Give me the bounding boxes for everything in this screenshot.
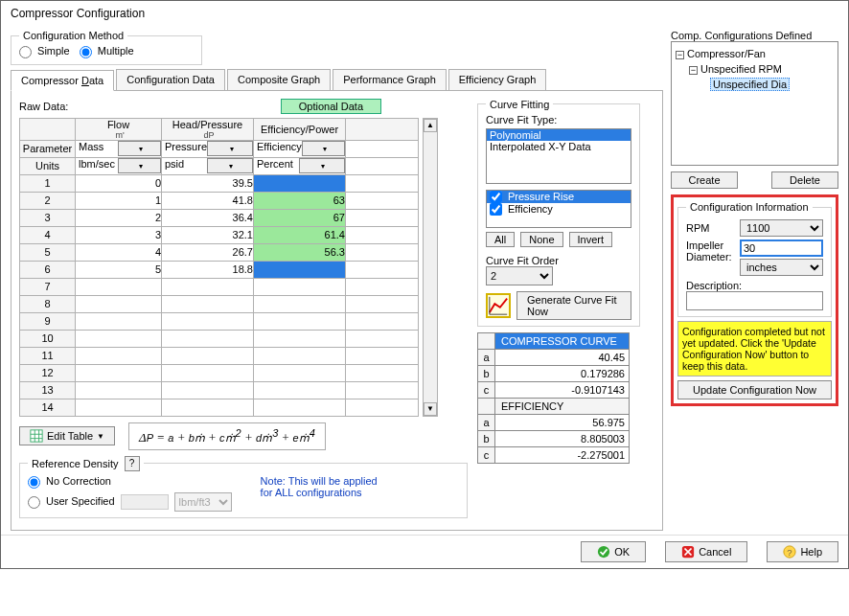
head-unit-dropdown[interactable]: ▾ <box>207 158 254 173</box>
rpm-label: RPM <box>686 222 736 234</box>
table-row[interactable]: 4332.161.4 <box>20 226 419 243</box>
density-value-input <box>121 494 169 510</box>
table-row[interactable]: 7 <box>20 278 419 295</box>
curve-fit-order-select[interactable]: 2 <box>486 266 553 285</box>
table-row[interactable]: 13 <box>20 381 419 399</box>
delete-button[interactable]: Delete <box>771 171 838 189</box>
table-row[interactable]: 3236.467 <box>20 209 419 226</box>
optional-data-badge: Optional Data <box>281 99 381 114</box>
rpm-select[interactable]: 1100 <box>740 219 823 237</box>
table-row[interactable]: 8 <box>20 295 419 312</box>
tab-performance-graph[interactable]: Performance Graph <box>333 69 447 90</box>
table-row[interactable]: 2141.863 <box>20 192 419 209</box>
tab-efficiency-graph[interactable]: Efficiency Graph <box>448 69 547 90</box>
table-row[interactable]: 10 <box>20 330 419 347</box>
eff-unit-dropdown[interactable]: ▾ <box>299 158 346 173</box>
table-row[interactable]: 12 <box>20 364 419 381</box>
help-icon[interactable]: ? <box>125 456 140 471</box>
svg-text:?: ? <box>788 546 792 557</box>
coefficients-table: COMPRESSOR CURVE a40.45 b0.179286 c-0.91… <box>477 332 630 464</box>
question-icon: ? <box>783 545 796 559</box>
tab-compressor-data[interactable]: Compressor Data <box>11 70 114 91</box>
curve-fit-order-label: Curve Fit Order <box>486 255 631 266</box>
head-param-dropdown[interactable]: ▾ <box>207 141 253 156</box>
generate-curve-fit-button[interactable]: Generate Curve Fit Now <box>516 291 631 320</box>
invert-button[interactable]: Invert <box>569 232 613 247</box>
raw-data-label: Raw Data: <box>19 101 68 112</box>
x-icon <box>681 545 695 559</box>
table-row[interactable]: 5426.756.3 <box>20 243 419 261</box>
density-note: Note: This will be applied for ALL confi… <box>261 475 378 498</box>
row-header-units: Units <box>20 157 76 174</box>
radio-no-correction[interactable]: No Correction <box>28 475 111 487</box>
check-efficiency[interactable]: Efficiency <box>487 203 631 216</box>
tab-configuration-data[interactable]: Configuration Data <box>116 69 225 90</box>
tab-bar: Compressor Data Configuration Data Compo… <box>11 69 663 91</box>
eff-param-dropdown[interactable]: ▾ <box>302 141 345 156</box>
flow-unit-dropdown[interactable]: ▾ <box>118 158 162 173</box>
all-button[interactable]: All <box>486 232 515 247</box>
description-label: Description: <box>686 280 823 291</box>
ok-button[interactable]: OK <box>581 541 646 562</box>
table-scrollbar[interactable]: ▲ ▼ <box>423 118 438 417</box>
scroll-down-icon[interactable]: ▼ <box>424 402 437 416</box>
formula-display: ΔP = a + bṁ + cṁ2 + dṁ3 + eṁ4 <box>128 422 326 450</box>
curve-fit-type-label: Curve Fit Type: <box>486 114 631 125</box>
curve-component-list[interactable]: Pressure Rise Efficiency <box>486 190 631 228</box>
tree-leaf[interactable]: Unspecified Dia <box>710 78 790 91</box>
table-row[interactable]: 1039.5 <box>20 174 419 192</box>
create-button[interactable]: Create <box>671 171 738 189</box>
impeller-unit-select[interactable]: inches <box>740 259 823 276</box>
window-title: Compressor Configuration <box>1 1 848 26</box>
warning-message: Configuration completed but not yet upda… <box>677 321 832 376</box>
config-info-group: Configuration Information RPM 1100 Impel… <box>677 201 832 317</box>
raw-data-table[interactable]: Flowm' Head/PressuredP Efficiency/Power … <box>19 118 419 417</box>
table-row[interactable]: 11 <box>20 347 419 364</box>
table-row[interactable]: 6518.8 <box>20 261 419 278</box>
table-row[interactable]: 9 <box>20 312 419 330</box>
curve-fitting-group: Curve Fitting Curve Fit Type: Polynomial… <box>477 99 640 327</box>
impeller-diameter-input[interactable] <box>740 240 823 257</box>
radio-simple[interactable]: Simple <box>19 45 70 58</box>
row-header-parameter: Parameter <box>20 140 76 157</box>
density-unit-select: lbm/ft3 <box>174 492 232 512</box>
config-tree[interactable]: −Compressor/Fan −Unspecified RPM Unspeci… <box>671 41 838 166</box>
check-icon <box>597 545 610 559</box>
description-input[interactable] <box>686 291 823 310</box>
config-method-legend: Configuration Method <box>19 30 127 41</box>
flow-param-dropdown[interactable]: ▾ <box>118 141 162 156</box>
reference-density-group: Reference Density ? No Correction User S… <box>19 456 468 518</box>
table-row[interactable]: 14 <box>20 399 419 416</box>
cancel-button[interactable]: Cancel <box>665 541 747 562</box>
radio-user-specified[interactable]: User Specified <box>28 495 115 509</box>
svg-rect-0 <box>31 430 42 442</box>
impeller-label: ImpellerDiameter: <box>686 240 736 262</box>
svg-point-8 <box>598 546 609 558</box>
window: Compressor Configuration Configuration M… <box>0 0 849 569</box>
config-method-group: Configuration Method Simple Multiple <box>11 30 202 65</box>
list-item[interactable]: Interpolated X-Y Data <box>487 141 631 152</box>
update-configuration-button[interactable]: Update Configuration Now <box>677 380 832 399</box>
check-pressure-rise[interactable]: Pressure Rise <box>487 191 631 203</box>
tab-composite-graph[interactable]: Composite Graph <box>227 69 331 90</box>
none-button[interactable]: None <box>520 232 562 247</box>
chart-icon <box>486 293 511 318</box>
configs-defined-label: Comp. Configurations Defined <box>671 30 838 41</box>
tab-panel: Raw Data: Optional Data Flowm' Head/Pres… <box>11 91 663 531</box>
config-info-highlight: Configuration Information RPM 1100 Impel… <box>671 194 838 406</box>
radio-multiple[interactable]: Multiple <box>80 45 134 58</box>
list-item[interactable]: Polynomial <box>487 129 631 141</box>
edit-table-button[interactable]: Edit Table ▼ <box>19 426 115 445</box>
help-button[interactable]: ? Help <box>767 541 838 562</box>
table-icon <box>30 429 43 443</box>
dialog-footer: OK Cancel ? Help <box>1 535 848 568</box>
scroll-up-icon[interactable]: ▲ <box>424 119 437 132</box>
curve-fit-type-list[interactable]: Polynomial Interpolated X-Y Data <box>486 128 631 184</box>
